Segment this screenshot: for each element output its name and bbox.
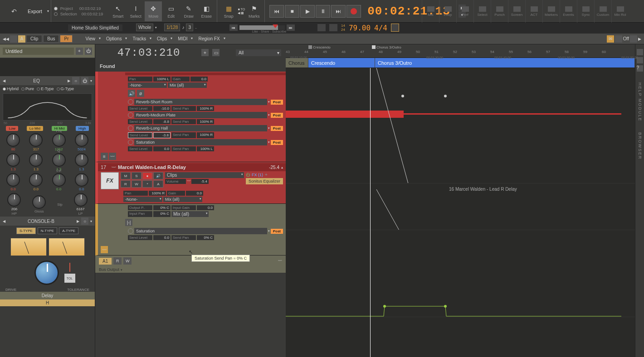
- sub-icon-r1[interactable]: [630, 35, 637, 43]
- export-button[interactable]: Export: [23, 7, 47, 16]
- send-power-3[interactable]: [128, 125, 133, 131]
- bus-mix-dropdown[interactable]: Mix (all): [171, 211, 209, 217]
- bus-r[interactable]: R: [113, 257, 122, 265]
- bus-a1-row[interactable]: A1 R W 〰: [95, 256, 286, 266]
- send-name-2[interactable]: Reverb-Medium Plate: [134, 112, 267, 118]
- monitor-button[interactable]: 🔊: [153, 172, 163, 179]
- send-power-2[interactable]: [128, 112, 133, 118]
- send-power-1[interactable]: [128, 99, 133, 105]
- read-button[interactable]: R: [121, 180, 131, 188]
- clip-button[interactable]: Clip: [26, 35, 42, 43]
- view-menu[interactable]: View: [82, 35, 102, 42]
- eq-collapse-right[interactable]: ▶: [68, 79, 70, 83]
- robot-icon[interactable]: [329, 24, 337, 31]
- audio-clip-1[interactable]: [286, 111, 404, 118]
- write-button[interactable]: W: [132, 180, 141, 188]
- regionfx-menu[interactable]: Region FX: [195, 35, 226, 42]
- strip-events[interactable]: Events: [560, 0, 577, 23]
- options-menu[interactable]: Options: [102, 35, 128, 42]
- freq-knob-himid[interactable]: [52, 133, 66, 147]
- help-module-tab[interactable]: HELP MODULE: [638, 82, 642, 121]
- eq-gear[interactable]: ○: [72, 77, 79, 84]
- bus-saturation[interactable]: Saturation: [134, 228, 267, 234]
- q-knob-low[interactable]: [6, 153, 20, 167]
- timesig-display[interactable]: 4/4: [374, 24, 387, 32]
- freq-knob-low[interactable]: [6, 133, 20, 147]
- strip-loop[interactable]: Loop: [439, 0, 456, 23]
- console-stype[interactable]: S-TYPE: [16, 227, 36, 234]
- snap-resolution[interactable]: 1/128: [164, 24, 180, 31]
- console-ntype[interactable]: N-TYPE: [38, 227, 57, 234]
- pause-button[interactable]: ⏸: [316, 5, 330, 18]
- clip-area[interactable]: 16 Marcel Walden - Lead R Delay: [286, 68, 635, 357]
- eq-type-hybrid[interactable]: Hybrid: [3, 87, 19, 91]
- clips-dropdown[interactable]: Clips: [165, 172, 244, 178]
- erase-tool[interactable]: ◧Erase: [198, 1, 215, 21]
- power-icon[interactable]: ⏻: [85, 48, 92, 55]
- forward-button[interactable]: ⏭: [331, 5, 346, 18]
- nav-left-icon[interactable]: ◀◀: [3, 37, 9, 41]
- nav-right-icon[interactable]: ▶: [638, 37, 641, 41]
- cam-icon[interactable]: [317, 24, 326, 31]
- fx-rack-icon[interactable]: FX: [101, 172, 119, 189]
- bus-w[interactable]: W: [123, 257, 132, 265]
- strip-screen[interactable]: Screen: [508, 0, 525, 23]
- strip-mixrcl[interactable]: Mix Rcl: [611, 0, 629, 23]
- speaker-icon[interactable]: 🔊: [128, 90, 135, 97]
- fx-link[interactable]: FX (1): [252, 173, 263, 177]
- marks-button[interactable]: ⚑Marks: [245, 1, 263, 21]
- eq-type-pure[interactable]: Pure: [21, 87, 34, 91]
- strip-markers[interactable]: Markers: [542, 0, 560, 23]
- q-knob-himid[interactable]: [52, 153, 66, 167]
- browser-tab[interactable]: BROWSER: [638, 132, 642, 160]
- smart-tool[interactable]: ↖Smart: [109, 1, 127, 21]
- drive-knob[interactable]: [34, 261, 59, 285]
- gloss-knob[interactable]: [32, 195, 46, 209]
- send-name-4[interactable]: Saturation: [134, 139, 267, 145]
- off-toggle[interactable]: Off: [623, 36, 629, 41]
- band-lomid[interactable]: Lo Mid: [27, 126, 43, 131]
- console-right[interactable]: ▶: [77, 219, 79, 223]
- freq-knob-lomid[interactable]: [29, 133, 43, 147]
- select-tool[interactable]: ISelect: [127, 1, 144, 21]
- lvl-knob-low[interactable]: [6, 173, 20, 187]
- arm-button[interactable]: ●: [142, 172, 152, 179]
- strip-custom[interactable]: Custom: [594, 0, 611, 23]
- time-mode[interactable]: ▭: [212, 49, 220, 56]
- eq-type-e[interactable]: E-Type: [37, 87, 54, 91]
- bus-post[interactable]: Post: [271, 229, 283, 234]
- input-none[interactable]: -None-: [128, 82, 167, 88]
- strip-mix[interactable]: Mix: [422, 0, 439, 23]
- undo-button[interactable]: ↶: [5, 1, 23, 21]
- track-strip-17[interactable]: 17 〰 Marcel Walden-Lead R-Delay -25.4 ▴ …: [95, 162, 286, 204]
- progress-bar[interactable]: [239, 25, 285, 30]
- tracks-menu[interactable]: Tracks: [129, 35, 152, 42]
- sub-icon-1[interactable]: [10, 35, 17, 43]
- send-post-3[interactable]: Post: [271, 126, 283, 131]
- playhead[interactable]: [370, 68, 371, 357]
- snap-val2[interactable]: 3: [186, 24, 193, 31]
- draw-tool[interactable]: ✎Draw: [180, 1, 197, 21]
- send-post-1[interactable]: Post: [271, 100, 283, 105]
- stop-button[interactable]: ■: [285, 5, 299, 18]
- midi-menu[interactable]: MIDI: [174, 35, 194, 42]
- eq-menu[interactable]: ▾: [90, 79, 92, 83]
- lvl-knob-himid[interactable]: [52, 173, 66, 187]
- q-knob-lomid[interactable]: [29, 153, 43, 167]
- snap-button[interactable]: ▦Snap: [220, 1, 237, 21]
- freq-knob-high[interactable]: [75, 133, 88, 147]
- strip-act[interactable]: ACT: [525, 0, 542, 23]
- band-low[interactable]: Low: [6, 126, 18, 131]
- rail-icon-1[interactable]: [637, 49, 643, 55]
- speaker-icon[interactable]: [615, 35, 622, 43]
- band-high[interactable]: High: [76, 126, 88, 131]
- mini-next[interactable]: ⏭: [287, 24, 295, 31]
- strip-sync[interactable]: Sync: [577, 0, 594, 23]
- snap-mode[interactable]: Whole: [136, 24, 153, 31]
- bus-strip[interactable]: Output P.. 0% C Input Gain 0.0 Input Pan…: [95, 204, 286, 256]
- input-none-2[interactable]: -None-: [123, 197, 162, 202]
- bus-send-power[interactable]: [128, 228, 133, 234]
- audio-clip-1c[interactable]: [449, 113, 621, 115]
- rail-help-icon[interactable]: ?: [637, 65, 643, 72]
- bus-button[interactable]: Bus: [43, 35, 59, 43]
